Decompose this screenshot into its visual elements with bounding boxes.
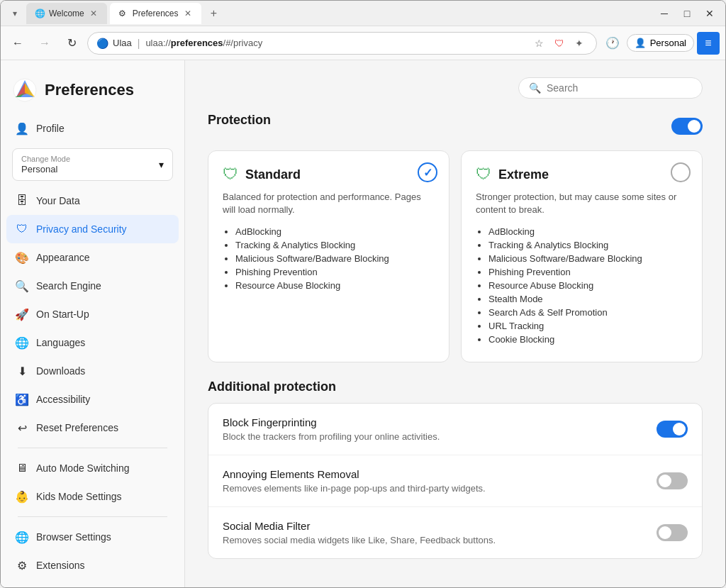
- standard-protection-card[interactable]: 🛡 Standard ✓ Balanced for protection and…: [208, 150, 449, 362]
- list-item: Phishing Prevention: [235, 267, 435, 277]
- sidebar-item-downloads[interactable]: ⬇ Downloads: [6, 357, 179, 385]
- extreme-protection-card[interactable]: 🛡 Extreme Stronger protection, but may c…: [461, 150, 703, 362]
- auto-mode-icon: 🖥: [15, 461, 29, 475]
- search-bar[interactable]: 🔍: [518, 77, 703, 99]
- welcome-tab-label: Welcome: [49, 9, 84, 18]
- mode-label: Change Mode: [21, 155, 70, 163]
- sidebar-item-browser-settings[interactable]: 🌐 Browser Settings: [6, 523, 179, 551]
- sidebar-item-accessibility[interactable]: ♿ Accessibility: [6, 385, 179, 414]
- content-area: 🔍 Protection 🛡 Standard: [185, 60, 725, 587]
- minimize-button[interactable]: ─: [654, 4, 674, 23]
- auto-mode-label: Auto Mode Switching: [36, 462, 130, 474]
- tab-list-button[interactable]: ▾: [6, 5, 23, 22]
- sidebar-item-search-engine[interactable]: 🔍 Search Engine: [6, 272, 179, 300]
- sidebar-item-profile[interactable]: 👤 Profile: [6, 114, 179, 143]
- sidebar-item-on-startup[interactable]: 🚀 On Start-Up: [6, 300, 179, 328]
- new-tab-button[interactable]: +: [204, 4, 224, 23]
- sidebar-item-languages[interactable]: 🌐 Languages: [6, 328, 179, 357]
- extreme-shield-icon: 🛡: [476, 165, 491, 184]
- appearance-icon: 🎨: [15, 250, 29, 265]
- standard-card-header: 🛡 Standard: [223, 165, 435, 184]
- list-item: Tracking & Analytics Blocking: [488, 240, 688, 250]
- accessibility-label: Accessibility: [36, 394, 90, 405]
- extensions-label: Extensions: [36, 560, 84, 571]
- sidebar-item-kids-mode[interactable]: 👶 Kids Mode Settings: [6, 482, 179, 511]
- forward-button[interactable]: →: [33, 32, 56, 55]
- menu-button[interactable]: ≡: [697, 32, 720, 55]
- search-icon: 🔍: [529, 82, 541, 94]
- address-site: Ulaa: [113, 38, 132, 48]
- social-media-filter-toggle[interactable]: [657, 524, 688, 541]
- mode-selector[interactable]: Change Mode Personal ▾: [12, 148, 173, 181]
- sidebar-item-extensions[interactable]: ⚙ Extensions: [6, 551, 179, 579]
- annoying-elements-desc: Removes elements like in-page pop-ups an…: [223, 483, 657, 494]
- block-fingerprinting-name: Block Fingerprinting: [223, 416, 657, 428]
- reset-preferences-icon: ↩: [15, 421, 29, 435]
- shield-button[interactable]: 🛡: [551, 35, 568, 52]
- bookmark-button[interactable]: ☆: [531, 35, 548, 52]
- list-item: Stealth Mode: [488, 294, 688, 304]
- address-url: ulaa://preferences/#/privacy: [145, 38, 526, 48]
- tab-preferences[interactable]: ⚙ Preferences ✕: [110, 3, 201, 24]
- annoying-elements-row: Annoying Elements Removal Removes elemen…: [208, 455, 702, 507]
- profile-nav-label: Profile: [36, 123, 65, 134]
- social-media-filter-row: Social Media Filter Removes social media…: [208, 507, 702, 558]
- search-input[interactable]: [547, 82, 692, 94]
- protection-toggle[interactable]: [671, 118, 703, 135]
- sidebar-item-privacy-security[interactable]: 🛡 Privacy and Security: [6, 215, 179, 243]
- history-button[interactable]: 🕐: [601, 32, 624, 55]
- annoying-elements-toggle[interactable]: [657, 472, 688, 489]
- address-bar[interactable]: 🔵 Ulaa | ulaa://preferences/#/privacy ☆ …: [87, 32, 597, 55]
- accessibility-icon: ♿: [15, 392, 29, 406]
- languages-icon: 🌐: [15, 335, 29, 350]
- titlebar: ▾ 🌐 Welcome ✕ ⚙ Preferences ✕ + ─ □ ✕: [1, 1, 725, 26]
- navbar-right: 🕐 👤 Personal ≡: [601, 32, 720, 55]
- maximize-button[interactable]: □: [677, 4, 697, 23]
- appearance-label: Appearance: [36, 252, 90, 263]
- sidebar-item-reset-preferences[interactable]: ↩ Reset Preferences: [6, 414, 179, 442]
- additional-protection-list: Block Fingerprinting Block the trackers …: [208, 403, 703, 559]
- sidebar-nav: 👤 Profile: [1, 114, 184, 143]
- list-item: Malicious Software/Badware Blocking: [488, 253, 688, 264]
- content-header: 🔍: [208, 77, 703, 99]
- browser-window: ▾ 🌐 Welcome ✕ ⚙ Preferences ✕ + ─ □ ✕ ← …: [0, 0, 726, 588]
- sidebar-item-your-data[interactable]: 🗄 Your Data: [6, 187, 179, 215]
- preferences-tab-label: Preferences: [133, 9, 179, 18]
- extreme-card-check: [671, 162, 691, 182]
- close-button[interactable]: ✕: [700, 4, 720, 23]
- settings-icon-button[interactable]: ✦: [571, 35, 588, 52]
- list-item: Resource Abuse Blocking: [235, 280, 435, 291]
- welcome-favicon: 🌐: [35, 9, 45, 18]
- kids-mode-icon: 👶: [15, 489, 29, 504]
- list-item: Resource Abuse Blocking: [488, 280, 688, 291]
- navbar: ← → ↻ 🔵 Ulaa | ulaa://preferences/#/priv…: [1, 26, 725, 60]
- address-favicon: 🔵: [96, 38, 108, 49]
- standard-check-circle: ✓: [418, 162, 437, 182]
- block-fingerprinting-toggle[interactable]: [657, 421, 688, 438]
- extensions-icon: ⚙: [15, 558, 29, 572]
- privacy-security-icon: 🛡: [15, 222, 29, 236]
- profile-button[interactable]: 👤 Personal: [627, 34, 694, 52]
- address-actions: ☆ 🛡 ✦: [531, 35, 588, 52]
- annoying-elements-info: Annoying Elements Removal Removes elemen…: [223, 468, 657, 494]
- preferences-tab-close[interactable]: ✕: [183, 9, 193, 18]
- additional-protection-title: Additional protection: [208, 379, 703, 394]
- back-button[interactable]: ←: [6, 32, 29, 55]
- profile-label: Personal: [650, 38, 686, 48]
- block-fingerprinting-row: Block Fingerprinting Block the trackers …: [208, 404, 702, 455]
- reload-button[interactable]: ↻: [60, 32, 83, 55]
- your-data-label: Your Data: [36, 195, 80, 206]
- address-separator: |: [138, 38, 140, 49]
- extreme-card-header: 🛡 Extreme: [476, 165, 688, 184]
- welcome-tab-close[interactable]: ✕: [89, 9, 99, 18]
- sidebar-header: Preferences: [1, 72, 184, 114]
- on-startup-icon: 🚀: [15, 307, 29, 321]
- sidebar-item-auto-mode[interactable]: 🖥 Auto Mode Switching: [6, 454, 179, 482]
- browser-settings-label: Browser Settings: [36, 531, 111, 543]
- standard-card-title: Standard: [245, 167, 301, 182]
- mode-info: Change Mode Personal: [21, 155, 70, 174]
- sidebar-item-appearance[interactable]: 🎨 Appearance: [6, 243, 179, 272]
- tab-welcome[interactable]: 🌐 Welcome ✕: [26, 3, 107, 24]
- list-item: URL Tracking: [488, 321, 688, 331]
- sidebar-main-nav: 🗄 Your Data 🛡 Privacy and Security 🎨 App…: [1, 187, 184, 579]
